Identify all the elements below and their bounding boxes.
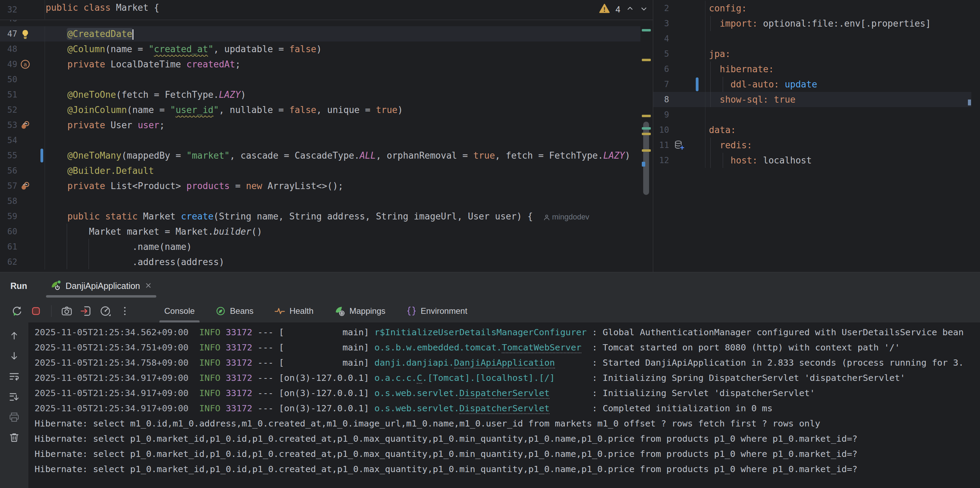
line-number: 53 [0,118,17,133]
stripe-mark-yellow[interactable] [642,149,651,152]
stripe-mark-teal[interactable] [642,127,651,130]
log-token: --- [ [252,388,284,398]
arrow-up-button[interactable] [9,330,20,341]
logger-name[interactable]: r$InitializeUserDetailsManagerConfigurer [374,327,587,337]
author-inlay[interactable]: mingdodev [543,213,589,221]
code-token: import: [709,18,763,29]
code-token: (fetch = FetchType. [116,89,219,100]
logger-link[interactable]: C [417,373,422,384]
log-message: Tomcat started on port 8080 (http) with … [603,342,900,353]
line-number: 12 [653,153,669,168]
stop-button[interactable] [29,304,44,319]
tab-health[interactable]: Health [264,300,324,323]
run-tool-window: Run DanjiApiApplication ConsoleBeansHeal… [0,272,980,488]
console-output[interactable]: 2025-11-05T21:25:34.562+09:00 INFO 33172… [29,323,980,488]
soft-wrap-button[interactable] [9,371,20,382]
java-editor[interactable]: 32 public class Market { 46 47 @CreatedD… [0,0,653,272]
logger-name[interactable]: o.a.c.c. [374,373,417,383]
annotation-icon[interactable]: a [17,57,33,72]
code-token: @Column [67,44,105,54]
code-token: jpa: [709,49,731,59]
line-number: 6 [653,62,669,77]
log-message: Completed initialization in 0 ms [603,403,773,413]
rerun-button[interactable] [9,304,24,319]
stripe-mark-blue[interactable] [642,162,645,167]
stripe-mark-yellow[interactable] [642,133,651,135]
editor-line-3: 3 import: optional:file:.env[.properties… [653,16,971,31]
logger-name[interactable]: .[Tomcat].[localhost].[/] [422,373,555,383]
logger-link[interactable]: TomcatWebServer [502,342,581,353]
trash-button[interactable] [9,432,20,443]
log-pid: 33172 [226,388,253,398]
gauge-button[interactable] [98,304,113,319]
link-icon[interactable] [17,178,33,194]
code-token: ArrayList<>(); [268,181,344,191]
tab-label: Mappings [350,306,385,316]
log-token: : [587,373,603,383]
logger-link[interactable]: DanjiApiApplication [454,358,555,369]
log-line: 2025-11-05T21:25:34.562+09:00 INFO 33172… [29,324,980,340]
log-token: --- [ [252,403,284,413]
inspection-widget[interactable]: 4 [599,3,648,16]
error-stripe [967,0,980,272]
log-level: INFO [199,327,220,337]
exit-button[interactable] [78,304,94,319]
chevron-up-icon[interactable] [626,5,634,14]
scroll-end-button[interactable] [9,391,20,402]
code-token: , unique = [317,105,376,115]
log-token: ] [364,342,374,353]
code-token: new [246,181,268,191]
code-text: @Column(name = "created_at", updatable =… [45,41,640,57]
code-token [46,150,67,161]
run-tab-title: DanjiApiApplication [66,281,140,291]
log-thread: main [284,327,364,337]
log-pid: 33172 [226,327,253,337]
logger-name[interactable]: o.s.b.w.embedded.tomcat. [374,342,502,353]
console-view-tabs: ConsoleBeansHealthMappingsEnvironment [154,300,477,323]
code-token: private [67,59,111,70]
log-line: 2025-11-05T21:25:34.917+09:00 INFO 33172… [29,370,980,385]
logger-name[interactable]: danji.danjiapi. [374,358,454,368]
editor-line-9: 9 [653,107,971,122]
tab-console[interactable]: Console [154,300,205,323]
tab-mappings[interactable]: Mappings [324,300,396,323]
code-text: hibernate: [705,62,971,77]
camera-button[interactable] [59,304,74,319]
stripe-mark-teal[interactable] [642,29,651,32]
editor-line-7: 7 ddl-auto: update [653,77,971,92]
logger-link[interactable]: DispatcherServlet [459,403,549,414]
chevron-down-icon[interactable] [640,5,648,14]
code-token: = [230,181,246,191]
editor-line-61: 61 .name(name) [0,239,640,254]
lightbulb-icon[interactable] [17,26,33,41]
stripe-mark-yellow[interactable] [642,115,651,117]
log-token [220,358,226,368]
log-token [220,388,226,398]
change-marker[interactable] [40,149,43,162]
log-level: INFO [199,388,220,398]
database-add-icon[interactable] [669,138,689,153]
tab-environment[interactable]: Environment [396,300,478,323]
link-icon[interactable] [17,118,33,133]
close-icon[interactable] [145,282,152,291]
yaml-editor[interactable]: 2config:3 import: optional:file:.env[.pr… [653,0,980,272]
change-marker[interactable] [696,78,698,91]
logger-name[interactable]: o.s.web.servlet. [374,388,460,398]
indent-guide [723,77,723,92]
log-thread: on(3)-127.0.0.1 [284,373,364,383]
editor-line-12: 12 host: localhost [653,153,971,168]
arrow-down-button[interactable] [9,350,20,361]
line-number: 51 [0,87,17,102]
more-button[interactable] [117,304,132,319]
log-timestamp: 2025-11-05T21:25:34.758+09:00 [35,358,188,368]
run-configuration-tab[interactable]: DanjiApiApplication [45,272,157,300]
indent-guide [723,153,723,168]
logger-name[interactable]: o.s.web.servlet. [374,403,460,413]
print-button[interactable] [9,412,20,423]
code-token [46,44,67,54]
stripe-mark-yellow[interactable] [642,59,651,61]
tab-beans[interactable]: Beans [205,300,264,323]
code-token: (name = [127,105,170,115]
code-token: LAZY [219,89,241,100]
logger-link[interactable]: DispatcherServlet [459,388,549,399]
